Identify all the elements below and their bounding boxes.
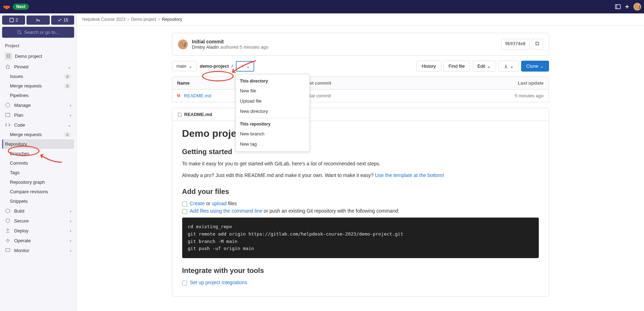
svg-point-3: [18, 30, 21, 33]
sidebar-item-issues[interactable]: Issues 0: [2, 72, 74, 81]
download-button[interactable]: ⌄: [498, 61, 519, 72]
sidebar-stat-mr[interactable]: [26, 16, 49, 25]
build-label: Build: [14, 208, 24, 214]
dropdown-header-directory: This directory: [236, 77, 309, 86]
clone-button[interactable]: Clone ⌄: [521, 61, 549, 72]
sidebar-project-link[interactable]: D Demo project: [2, 50, 74, 62]
sidebar-item-snippets[interactable]: Snippets: [2, 196, 74, 206]
issues-badge: 0: [64, 74, 71, 79]
dropdown-new-tag[interactable]: New tag: [236, 139, 309, 149]
file-table: Name Last commit Last update M↓ README.m…: [172, 77, 549, 102]
plan-label: Plan: [14, 112, 23, 118]
breadcrumb-item-0[interactable]: Helpdesk Course 2023: [82, 17, 125, 22]
readme-task-1: Create or upload files: [182, 200, 539, 207]
sidebar-item-commits[interactable]: Commits: [2, 158, 74, 168]
add-dropdown: This directory New file Upload file New …: [235, 74, 310, 152]
chevron-down-icon: ⌄: [246, 63, 250, 69]
breadcrumb: Helpdesk Course 2023 › Demo project › Re…: [77, 13, 644, 26]
sidebar-item-repo-graph[interactable]: Repository graph: [2, 177, 74, 187]
breadcrumb-item-1[interactable]: Demo project: [131, 17, 156, 22]
create-link[interactable]: Create: [190, 201, 205, 206]
sidebar-item-monitor[interactable]: Monitor ›: [2, 245, 74, 255]
breadcrumb-sep: ›: [158, 17, 160, 22]
project-name-label: Demo project: [15, 54, 42, 59]
file-icon: [177, 112, 182, 117]
chevron-right-icon: ›: [70, 208, 71, 214]
sidebar-item-plan[interactable]: Plan ›: [2, 110, 74, 120]
merge-icon: [36, 18, 41, 23]
sidebar-item-deploy[interactable]: Deploy ›: [2, 226, 74, 236]
stat-todos-count: 15: [64, 18, 68, 23]
path-sep: /: [232, 63, 233, 69]
readme-panel: README.md Demo project Getting started T…: [172, 108, 549, 297]
user-avatar[interactable]: 🐿️: [633, 3, 641, 11]
sidebar-stat-issues[interactable]: 2: [2, 16, 25, 25]
edit-button[interactable]: Edit ⌄: [472, 61, 496, 72]
sidebar-item-secure[interactable]: Secure ›: [2, 216, 74, 226]
commit-author[interactable]: Dmitry Aladin: [192, 44, 219, 50]
table-header-update: Last update: [485, 77, 549, 89]
readme-task-3: Set up project integrations: [182, 279, 539, 286]
sidebar-item-code[interactable]: Code ⌄: [2, 120, 74, 130]
file-commit[interactable]: Initial commit: [299, 90, 485, 102]
add-to-tree-button[interactable]: ＋ ⌄: [236, 61, 254, 72]
sidebar-stat-todos[interactable]: 15: [51, 16, 74, 25]
dropdown-new-branch[interactable]: New branch: [236, 129, 309, 139]
commit-title[interactable]: Initial commit: [192, 39, 269, 44]
topbar: Next 🐿️: [0, 0, 644, 13]
checkbox-icon[interactable]: [182, 281, 187, 286]
file-date: 5 minutes ago: [485, 90, 549, 102]
sidebar-item-repository[interactable]: Repository: [2, 139, 74, 149]
build-icon: [5, 208, 11, 214]
branch-selector[interactable]: main ⌄: [172, 61, 197, 71]
sidebar-item-operate[interactable]: Operate ›: [2, 236, 74, 245]
sidebar-search[interactable]: Search or go to...: [2, 27, 74, 38]
checkbox-icon[interactable]: [182, 209, 187, 214]
chevron-right-icon: ›: [70, 112, 71, 118]
commit-sha[interactable]: 9b9374e8: [501, 39, 530, 50]
copy-sha-button[interactable]: [532, 39, 543, 50]
table-row[interactable]: M↓ README.md Initial commit 5 minutes ag…: [172, 90, 549, 102]
sidebar-item-tags[interactable]: Tags: [2, 168, 74, 177]
integrations-link[interactable]: Set up project integrations: [190, 280, 248, 285]
project-letter-icon: D: [5, 53, 12, 60]
sidebar-pinned[interactable]: Pinned ⌄: [2, 62, 74, 72]
file-link[interactable]: README.md: [184, 93, 211, 98]
plus-icon[interactable]: [624, 4, 630, 10]
template-link[interactable]: Use the template at the bottom: [375, 172, 442, 178]
issue-icon: [9, 18, 14, 23]
cli-link[interactable]: Add files using the command line: [190, 208, 262, 214]
checkbox-icon[interactable]: [182, 202, 187, 207]
sidebar-item-compare[interactable]: Compare revisions: [2, 187, 74, 196]
dropdown-new-directory[interactable]: New directory: [236, 106, 309, 116]
operate-label: Operate: [14, 238, 31, 243]
pinned-label: Pinned: [14, 64, 28, 69]
gitlab-logo-icon[interactable]: [3, 3, 11, 11]
sidebar-item-merge-requests-pinned[interactable]: Merge requests 0: [2, 81, 74, 91]
chevron-right-icon: ›: [70, 218, 71, 224]
snippets-label: Snippets: [10, 199, 28, 204]
sidebar-item-build[interactable]: Build ›: [2, 206, 74, 216]
svg-rect-9: [535, 42, 538, 45]
commit-avatar[interactable]: 🐿️: [178, 39, 188, 49]
dropdown-upload-file[interactable]: Upload file: [236, 96, 309, 106]
svg-rect-2: [10, 18, 14, 22]
sidebar-item-branches[interactable]: Branches: [2, 149, 74, 158]
chevron-right-icon: ›: [70, 103, 71, 108]
history-button[interactable]: History: [416, 61, 441, 72]
repo-path[interactable]: demo-project: [200, 63, 229, 69]
sidebar-item-manage[interactable]: Manage ›: [2, 100, 74, 110]
breadcrumb-item-2: Repository: [162, 17, 182, 22]
dropdown-new-file[interactable]: New file: [236, 86, 309, 96]
upload-link[interactable]: upload: [212, 201, 227, 206]
find-file-button[interactable]: Find file: [443, 61, 470, 72]
plan-icon: [5, 112, 11, 118]
svg-rect-5: [6, 113, 10, 117]
chevron-down-icon: ⌄: [487, 63, 491, 69]
mr-pinned-label: Merge requests: [10, 83, 42, 89]
readme-p2: Already a pro? Just edit this README.md …: [182, 172, 539, 179]
branch-name: main: [177, 63, 186, 69]
sidebar-item-code-merge-requests[interactable]: Merge requests 0: [2, 130, 74, 139]
sidebar-item-pipelines[interactable]: Pipelines: [2, 91, 74, 100]
sidebar-toggle-icon[interactable]: [615, 4, 621, 10]
